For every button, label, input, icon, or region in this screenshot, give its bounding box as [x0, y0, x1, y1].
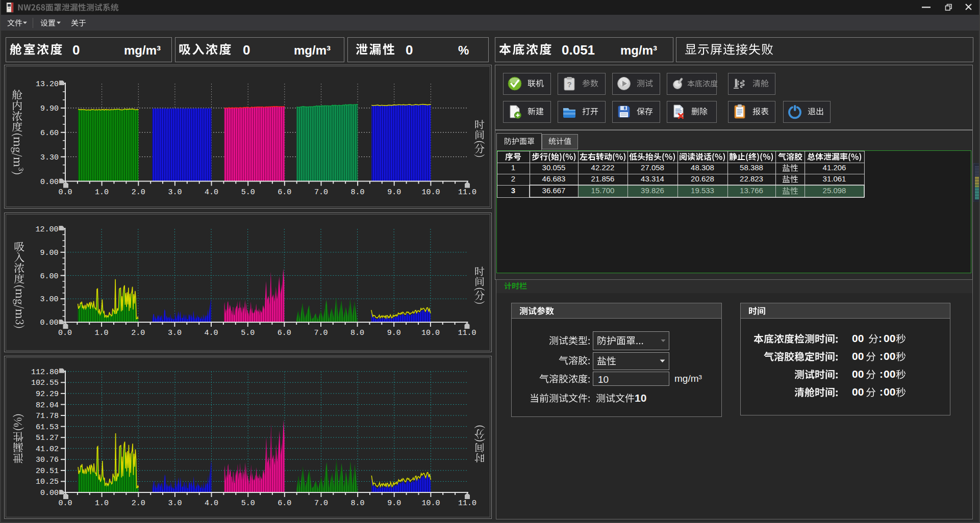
svg-text:0.0: 0.0: [58, 329, 72, 337]
svg-text:7.0: 7.0: [314, 499, 328, 508]
svg-text:0.0: 0.0: [58, 188, 72, 197]
svg-text:5.0: 5.0: [241, 499, 255, 508]
svg-text:11.0: 11.0: [458, 329, 476, 337]
svg-text:3.0: 3.0: [168, 188, 182, 197]
svg-text:1.0: 1.0: [95, 499, 109, 508]
svg-text:8.0: 8.0: [351, 188, 365, 197]
svg-text:92.29: 92.29: [36, 390, 59, 399]
svg-text:9.90: 9.90: [40, 104, 59, 113]
svg-text:0.00: 0.00: [40, 319, 58, 327]
svg-text:5.0: 5.0: [241, 188, 255, 197]
svg-text:20.51: 20.51: [36, 467, 59, 476]
svg-text:71.78: 71.78: [36, 412, 59, 421]
svg-text:3.00: 3.00: [40, 295, 58, 304]
svg-text:6.00: 6.00: [40, 272, 58, 281]
svg-text:2.0: 2.0: [131, 329, 145, 337]
svg-text:0.00: 0.00: [40, 489, 59, 498]
svg-text:30.76: 30.76: [36, 456, 59, 464]
svg-text:9.0: 9.0: [387, 188, 401, 197]
svg-text:3.0: 3.0: [168, 499, 182, 508]
svg-text:9.0: 9.0: [387, 499, 401, 508]
svg-text:3.30: 3.30: [40, 153, 59, 162]
svg-text:1.0: 1.0: [95, 329, 109, 337]
svg-text:82.04: 82.04: [36, 401, 59, 410]
svg-text:11.0: 11.0: [458, 188, 476, 197]
svg-text:2.0: 2.0: [132, 499, 145, 508]
svg-text:10.25: 10.25: [36, 478, 59, 486]
svg-text:13.20: 13.20: [36, 80, 59, 89]
svg-text:3.0: 3.0: [168, 329, 182, 337]
svg-text:6.0: 6.0: [278, 499, 291, 508]
svg-text:102.55: 102.55: [31, 379, 59, 387]
svg-text:6.60: 6.60: [40, 129, 59, 138]
svg-text:4.0: 4.0: [205, 188, 218, 197]
svg-text:61.53: 61.53: [36, 423, 59, 432]
svg-text:10.0: 10.0: [421, 188, 440, 197]
svg-text:7.0: 7.0: [314, 329, 328, 337]
svg-text:1.0: 1.0: [95, 188, 109, 197]
svg-text:2.0: 2.0: [132, 188, 145, 197]
svg-text:112.80: 112.80: [31, 368, 59, 377]
svg-text:9.00: 9.00: [40, 249, 58, 257]
svg-text:0.00: 0.00: [40, 178, 59, 187]
svg-text:51.27: 51.27: [36, 434, 59, 442]
svg-text:0.0: 0.0: [58, 499, 72, 508]
svg-text:12.00: 12.00: [35, 225, 58, 234]
svg-text:6.0: 6.0: [278, 188, 291, 197]
svg-text:7.0: 7.0: [314, 188, 328, 197]
svg-text:?: ?: [567, 80, 571, 89]
svg-text:4.0: 4.0: [205, 499, 218, 508]
svg-text:6.0: 6.0: [278, 329, 291, 337]
svg-text:10.0: 10.0: [421, 499, 440, 508]
svg-text:41.02: 41.02: [36, 445, 59, 454]
svg-text:10.0: 10.0: [421, 329, 440, 337]
svg-text:11.0: 11.0: [458, 499, 476, 508]
svg-text:4.0: 4.0: [204, 329, 218, 337]
svg-text:9.0: 9.0: [387, 329, 401, 337]
svg-text:5.0: 5.0: [241, 329, 255, 337]
svg-text:8.0: 8.0: [351, 499, 365, 508]
svg-text:8.0: 8.0: [350, 329, 364, 337]
